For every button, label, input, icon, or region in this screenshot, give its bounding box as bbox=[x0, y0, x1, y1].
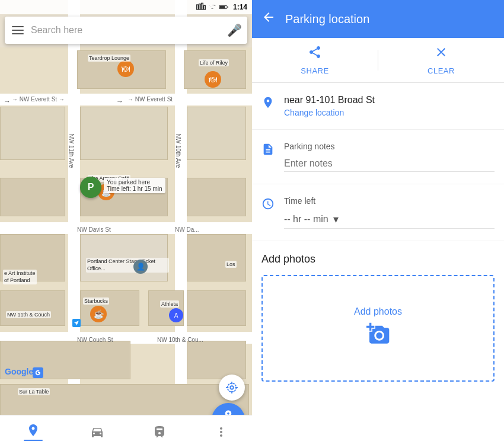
poi-teardrop: 🍽 bbox=[117, 60, 134, 77]
time-value: -- hr -- min bbox=[284, 214, 328, 225]
share-button[interactable]: SHARE bbox=[252, 45, 378, 75]
back-button[interactable] bbox=[261, 10, 276, 28]
time-selector[interactable]: -- hr -- min ▾ bbox=[284, 213, 495, 229]
street-davis-e: NW Da... bbox=[175, 226, 199, 233]
dir-arrow-w: → bbox=[0, 96, 14, 107]
panel-header: Parking location bbox=[252, 0, 504, 38]
nav-drive[interactable] bbox=[78, 421, 116, 443]
poi-starbucks: ☕ bbox=[90, 306, 107, 322]
notes-label: Parking notes bbox=[284, 142, 495, 151]
parking-marker: P bbox=[80, 177, 101, 198]
road-davis bbox=[0, 222, 252, 234]
building-4 bbox=[0, 178, 65, 216]
notes-icon bbox=[261, 143, 275, 172]
photos-section: Add photos Add photos bbox=[252, 241, 504, 393]
parking-time: Time left: 1 hr 15 min bbox=[107, 185, 162, 192]
clear-button[interactable]: CLEAR bbox=[378, 45, 504, 75]
svg-point-7 bbox=[230, 386, 234, 389]
status-icons: 1:14 bbox=[196, 2, 247, 12]
menu-button[interactable] bbox=[12, 26, 24, 34]
share-label: SHARE bbox=[301, 66, 328, 75]
change-location-button[interactable]: Change location bbox=[284, 108, 375, 117]
location-button[interactable] bbox=[219, 375, 245, 401]
building-3 bbox=[187, 107, 246, 160]
share-icon bbox=[308, 45, 322, 63]
svg-rect-6 bbox=[228, 7, 228, 8]
street-davis: NW Davis St bbox=[77, 226, 111, 233]
svg-rect-2 bbox=[202, 3, 203, 9]
street-everett-e: → NW Everett St bbox=[127, 96, 173, 103]
street-10th: NW 10th Ave bbox=[175, 134, 181, 168]
status-time: 1:14 bbox=[233, 3, 247, 11]
location-address: near 91-101 Broad St bbox=[284, 95, 375, 105]
transit-label: NW 11th & Couch bbox=[6, 311, 51, 318]
photos-title: Add photos bbox=[261, 253, 495, 265]
clear-icon bbox=[434, 45, 448, 63]
location-icon bbox=[261, 96, 275, 117]
time-label: Time left bbox=[284, 196, 495, 206]
street-everett-w: → NW Everett St → bbox=[12, 96, 65, 103]
search-input[interactable]: Search here bbox=[31, 25, 228, 36]
bottom-navigation bbox=[0, 415, 252, 448]
add-photos-label: Add photos bbox=[354, 306, 402, 317]
poi-riley: 🍽 bbox=[205, 71, 221, 88]
time-dropdown-icon: ▾ bbox=[333, 213, 339, 226]
map-background: → NW Everett St → → NW Everett St NW Dav… bbox=[0, 0, 252, 415]
notes-input[interactable] bbox=[284, 158, 495, 172]
time-row: Time left -- hr -- min ▾ bbox=[252, 184, 504, 241]
svg-point-8 bbox=[228, 383, 237, 392]
nav-explore[interactable] bbox=[12, 420, 55, 444]
google-logo: Google bbox=[5, 367, 33, 376]
location-row: near 91-101 Broad St Change location bbox=[252, 83, 504, 130]
street-couch: NW Couch St bbox=[77, 337, 113, 343]
time-icon bbox=[261, 197, 275, 229]
poi-surlatab-label: Sur La Table bbox=[18, 388, 50, 395]
nav-more[interactable] bbox=[202, 421, 240, 443]
poi-los-label: Los bbox=[225, 261, 237, 268]
notes-content: Parking notes bbox=[284, 142, 495, 172]
dir-arrow-e: → bbox=[113, 96, 127, 107]
poi-starbucks-label: Starbucks bbox=[83, 297, 109, 305]
poi-portland: 👤 bbox=[133, 260, 148, 274]
parking-info: You parked here Time left: 1 hr 15 min bbox=[104, 178, 165, 193]
parking-note: You parked here bbox=[107, 179, 162, 185]
street-11th: NW 11th Ave bbox=[68, 134, 75, 168]
google-icon bbox=[33, 367, 43, 378]
nav-transit[interactable] bbox=[141, 421, 178, 443]
notes-row: Parking notes bbox=[252, 130, 504, 184]
building-10 bbox=[187, 341, 246, 379]
clear-label: CLEAR bbox=[428, 66, 455, 75]
right-panel: Parking location SHARE CLEAR near 91-101… bbox=[252, 0, 504, 448]
poi-riley-label: Life of Riley bbox=[199, 59, 229, 66]
time-content: Time left -- hr -- min ▾ bbox=[284, 196, 495, 229]
search-bar[interactable]: Search here 🎤 bbox=[5, 17, 247, 44]
building-8 bbox=[187, 290, 246, 326]
transit-marker bbox=[72, 319, 81, 327]
svg-rect-3 bbox=[204, 5, 206, 9]
add-photos-button[interactable]: Add photos bbox=[261, 275, 495, 382]
location-text: near 91-101 Broad St Change location bbox=[284, 95, 375, 117]
building-7 bbox=[0, 290, 65, 326]
add-photo-icon bbox=[366, 322, 390, 350]
status-bar: 1:14 bbox=[0, 0, 252, 14]
svg-rect-0 bbox=[197, 5, 199, 9]
poi-artinst-label: e Art Instituteof Portland bbox=[3, 270, 37, 284]
poi-athleta: A bbox=[169, 308, 183, 322]
panel-actions: SHARE CLEAR bbox=[252, 38, 504, 83]
building-5 bbox=[187, 178, 246, 216]
poi-teardrop-label: Teardrop Lounge bbox=[88, 55, 130, 62]
building-6 bbox=[187, 234, 246, 281]
building-starbucks bbox=[80, 290, 139, 326]
poi-athleta-label: Athleta bbox=[160, 300, 179, 308]
poi-portland-label: Portland Center Stage Ticket Office... bbox=[86, 258, 169, 273]
panel-title: Parking location bbox=[285, 12, 369, 26]
street-couch-go: NW 10th & Cou... bbox=[157, 337, 203, 343]
building-1 bbox=[0, 107, 65, 160]
mic-button[interactable]: 🎤 bbox=[228, 22, 240, 39]
svg-rect-5 bbox=[219, 6, 225, 8]
panel-body: near 91-101 Broad St Change location Par… bbox=[252, 83, 504, 448]
building-2 bbox=[80, 107, 168, 160]
map-panel: 1:14 → NW Everett St → → NW bbox=[0, 0, 252, 448]
svg-rect-1 bbox=[199, 4, 201, 9]
